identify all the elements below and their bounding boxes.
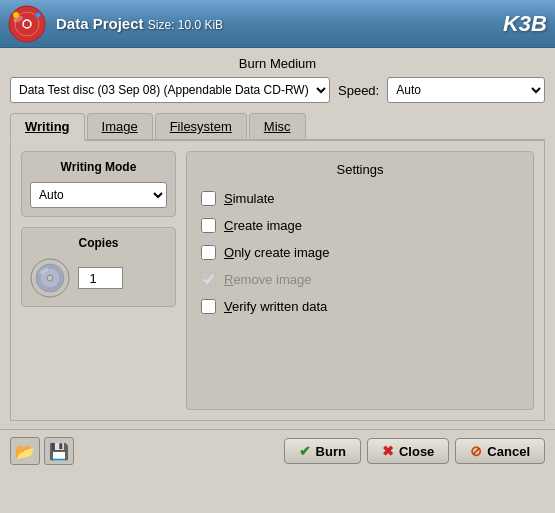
- checkbox-simulate: Simulate: [201, 191, 519, 206]
- only-create-image-label[interactable]: Only create image: [224, 245, 330, 260]
- left-panel: Writing Mode Auto DAO TAO RAW Copies: [21, 151, 176, 410]
- tab-filesystem[interactable]: Filesystem: [155, 113, 247, 139]
- burn-icon: ✔: [299, 443, 311, 459]
- checkbox-verify: Verify written data: [201, 299, 519, 314]
- disc-selector[interactable]: Data Test disc (03 Sep 08) (Appendable D…: [10, 77, 330, 103]
- titlebar: Data Project Size: 10.0 KiB K3B: [0, 0, 555, 48]
- verify-label[interactable]: Verify written data: [224, 299, 327, 314]
- speed-label: Speed:: [338, 83, 379, 98]
- settings-title: Settings: [201, 162, 519, 177]
- tab-misc[interactable]: Misc: [249, 113, 306, 139]
- copies-input[interactable]: [78, 267, 123, 289]
- checkbox-remove-image: Remove image: [201, 272, 519, 287]
- main-content: Burn Medium Data Test disc (03 Sep 08) (…: [0, 48, 555, 429]
- burn-medium-row: Data Test disc (03 Sep 08) (Appendable D…: [10, 77, 545, 103]
- tab-image[interactable]: Image: [87, 113, 153, 139]
- remove-image-label: Remove image: [224, 272, 311, 287]
- window-title: Data Project Size: 10.0 KiB: [56, 15, 503, 32]
- speed-selector[interactable]: Auto: [387, 77, 545, 103]
- burn-label: Burn: [316, 444, 346, 459]
- tab-panel-writing: Writing Mode Auto DAO TAO RAW Copies: [10, 141, 545, 421]
- simulate-label[interactable]: Simulate: [224, 191, 275, 206]
- writing-mode-box: Writing Mode Auto DAO TAO RAW: [21, 151, 176, 217]
- only-create-image-checkbox[interactable]: [201, 245, 216, 260]
- cd-icon: [30, 258, 70, 298]
- copies-inner: [30, 258, 167, 298]
- project-size: Size: 10.0 KiB: [148, 18, 223, 32]
- tab-writing[interactable]: Writing: [10, 113, 85, 141]
- cancel-icon: ⊘: [470, 443, 482, 459]
- cancel-label: Cancel: [487, 444, 530, 459]
- open-icon: 📂: [15, 442, 35, 461]
- remove-image-checkbox[interactable]: [201, 272, 216, 287]
- save-button[interactable]: 💾: [44, 437, 74, 465]
- app-logo: [8, 5, 46, 43]
- copies-box: Copies: [21, 227, 176, 307]
- toolbar-right: ✔ Burn ✖ Close ⊘ Cancel: [284, 438, 545, 464]
- create-image-checkbox[interactable]: [201, 218, 216, 233]
- burn-button[interactable]: ✔ Burn: [284, 438, 361, 464]
- close-button[interactable]: ✖ Close: [367, 438, 449, 464]
- svg-point-9: [47, 275, 53, 281]
- verify-checkbox[interactable]: [201, 299, 216, 314]
- save-icon: 💾: [49, 442, 69, 461]
- cancel-button[interactable]: ⊘ Cancel: [455, 438, 545, 464]
- bottom-toolbar: 📂 💾 ✔ Burn ✖ Close ⊘ Cancel: [0, 429, 555, 472]
- simulate-checkbox[interactable]: [201, 191, 216, 206]
- k3b-brand: K3B: [503, 11, 547, 37]
- svg-point-2: [23, 20, 31, 28]
- close-icon: ✖: [382, 443, 394, 459]
- open-button[interactable]: 📂: [10, 437, 40, 465]
- burn-medium-label: Burn Medium: [10, 56, 545, 71]
- tab-bar: Writing Image Filesystem Misc: [10, 113, 545, 141]
- toolbar-left: 📂 💾: [10, 437, 278, 465]
- close-label: Close: [399, 444, 434, 459]
- writing-mode-selector[interactable]: Auto DAO TAO RAW: [30, 182, 167, 208]
- settings-panel: Settings Simulate Create image Only crea…: [186, 151, 534, 410]
- svg-point-4: [13, 12, 19, 18]
- svg-point-5: [36, 12, 41, 17]
- copies-spinner: [78, 267, 123, 289]
- checkbox-only-create-image: Only create image: [201, 245, 519, 260]
- checkbox-create-image: Create image: [201, 218, 519, 233]
- writing-mode-title: Writing Mode: [30, 160, 167, 174]
- copies-title: Copies: [30, 236, 167, 250]
- create-image-label[interactable]: Create image: [224, 218, 302, 233]
